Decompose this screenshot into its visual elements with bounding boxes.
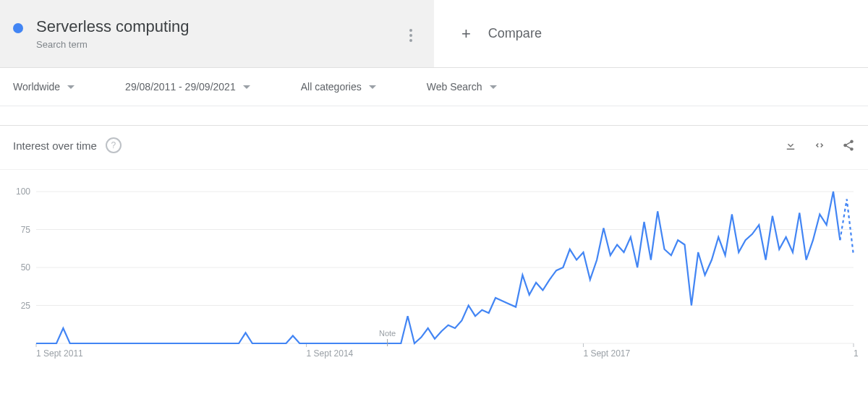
chevron-down-icon xyxy=(490,85,497,89)
share-button[interactable] xyxy=(842,139,855,152)
search-type-filter[interactable]: Web Search xyxy=(427,81,497,93)
search-term-card[interactable]: Serverless computing Search term xyxy=(0,0,434,67)
svg-point-2 xyxy=(409,39,412,42)
svg-text:100: 100 xyxy=(16,187,30,197)
compare-label: Compare xyxy=(488,26,542,41)
term-title: Serverless computing xyxy=(36,17,408,36)
embed-button[interactable] xyxy=(812,139,827,152)
svg-text:25: 25 xyxy=(21,301,31,311)
svg-point-1 xyxy=(409,34,412,37)
category-filter-label: All categories xyxy=(301,81,362,93)
svg-text:50: 50 xyxy=(21,262,31,273)
more-menu-button[interactable] xyxy=(409,29,412,42)
chevron-down-icon xyxy=(369,85,376,89)
svg-text:75: 75 xyxy=(21,225,31,235)
category-filter[interactable]: All categories xyxy=(301,81,376,93)
filter-bar: Worldwide 29/08/2011 - 29/09/2021 All ca… xyxy=(0,68,868,106)
add-compare-button[interactable]: + Compare xyxy=(434,0,868,67)
search-type-label: Web Search xyxy=(427,81,482,93)
download-button[interactable] xyxy=(784,139,797,152)
region-filter-label: Worldwide xyxy=(13,81,60,93)
time-range-label: 29/08/2011 - 29/09/2021 xyxy=(125,81,236,93)
plus-icon: + xyxy=(461,25,471,43)
svg-text:1 Sept 2020: 1 Sept 2020 xyxy=(854,348,861,359)
series-color-dot xyxy=(13,23,23,33)
svg-point-0 xyxy=(409,29,412,32)
term-subtitle: Search term xyxy=(36,39,408,50)
chevron-down-icon xyxy=(243,85,250,89)
chevron-down-icon xyxy=(67,85,75,89)
help-icon[interactable]: ? xyxy=(106,137,122,153)
region-filter[interactable]: Worldwide xyxy=(13,81,75,93)
time-range-filter[interactable]: 29/08/2011 - 29/09/2021 xyxy=(125,81,250,93)
svg-text:1 Sept 2011: 1 Sept 2011 xyxy=(36,348,83,359)
svg-text:1 Sept 2017: 1 Sept 2017 xyxy=(583,348,630,359)
panel-title: Interest over time xyxy=(13,140,97,152)
interest-over-time-chart: 2550751001 Sept 20111 Sept 20141 Sept 20… xyxy=(7,184,861,365)
svg-text:1 Sept 2014: 1 Sept 2014 xyxy=(307,348,354,359)
svg-text:Note: Note xyxy=(379,329,396,338)
